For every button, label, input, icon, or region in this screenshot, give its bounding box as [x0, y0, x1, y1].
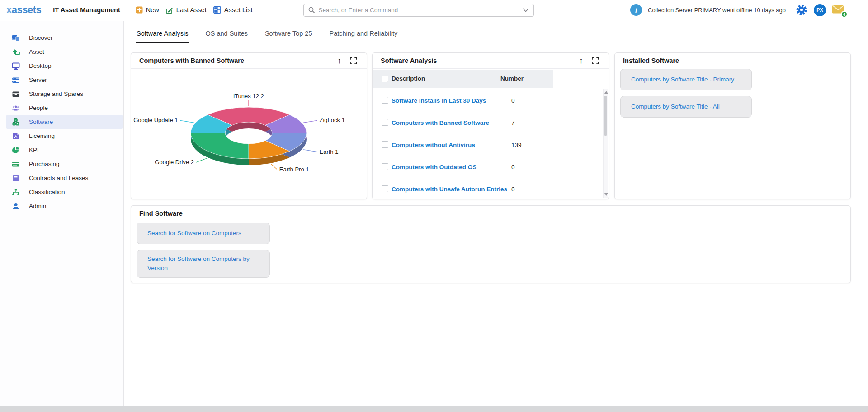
sidebar-item-label: Desktop	[29, 62, 52, 69]
button-label: Computers by Software Title - All	[631, 102, 720, 111]
row-checkbox[interactable]	[382, 119, 388, 126]
sidebar-item-desktop[interactable]: Desktop	[6, 59, 123, 73]
gear-icon[interactable]	[795, 4, 808, 16]
xassets-logo[interactable]: xassets	[6, 4, 41, 16]
table-row: Computers with Unsafe Autorun Entries 0	[373, 177, 601, 199]
computers-by-title-all-button[interactable]: Computers by Software Title - All	[620, 96, 752, 118]
tab-os-and-suites[interactable]: OS and Suites	[204, 26, 249, 43]
chevron-down-icon[interactable]	[523, 8, 529, 12]
sidebar-item-server[interactable]: Server	[6, 73, 123, 87]
row-link[interactable]: Computers without Antivirus	[392, 142, 475, 148]
classification-icon	[12, 188, 20, 196]
sidebar-item-storage[interactable]: Storage and Spares	[6, 87, 123, 101]
new-button[interactable]: New	[136, 6, 159, 14]
info-icon[interactable]: i	[630, 4, 642, 16]
row-checkbox[interactable]	[382, 97, 388, 104]
new-icon	[136, 6, 143, 14]
row-link[interactable]: Computers with Unsafe Autorun Entries	[392, 186, 507, 193]
sidebar-item-purchasing[interactable]: Purchasing	[6, 157, 123, 171]
panel-header: Computers with Banned Software ↑	[131, 53, 367, 68]
table-scrollbar[interactable]	[603, 89, 608, 198]
collapse-up-icon[interactable]: ↑	[579, 56, 583, 65]
panel-title: Software Analysis	[381, 57, 437, 64]
scroll-down-arrow-icon[interactable]	[604, 193, 608, 196]
column-header-number: Number	[500, 75, 524, 82]
computers-by-title-primary-button[interactable]: Computers by Software Title - Primary	[620, 69, 752, 90]
asset-list-button[interactable]: Asset List	[213, 6, 253, 14]
kpi-icon	[12, 146, 20, 154]
asset-list-label: Asset List	[224, 6, 253, 14]
asset-icon	[12, 48, 20, 56]
row-number: 7	[511, 119, 515, 126]
sidebar-item-label: Discover	[29, 34, 53, 41]
panel-header: Software Analysis ↑	[373, 53, 609, 68]
page-title: IT Asset Management	[53, 6, 120, 14]
select-all-checkbox[interactable]	[382, 76, 388, 82]
logo-rest: assets	[12, 4, 42, 15]
mail-button[interactable]: 4	[832, 5, 844, 15]
table-body: Software Installs in Last 30 Days 0 Comp…	[373, 88, 601, 199]
panel-find-software: Find Software Search for Software on Com…	[131, 205, 851, 283]
page-bottom-strip	[0, 406, 868, 412]
sidebar-item-label: Software	[29, 118, 53, 125]
user-avatar[interactable]: PX	[814, 4, 826, 16]
panel-software-analysis: Software Analysis ↑ Description Number S…	[372, 52, 609, 199]
sidebar-item-asset[interactable]: Asset	[6, 45, 123, 59]
edit-icon	[165, 6, 173, 14]
storage-icon	[12, 90, 20, 98]
sidebar-item-contracts[interactable]: Contracts and Leases	[6, 171, 123, 185]
admin-icon	[12, 202, 20, 210]
row-number: 0	[511, 97, 515, 104]
sidebar-item-people[interactable]: People	[6, 101, 123, 115]
sidebar-item-classification[interactable]: Classification	[6, 185, 123, 199]
row-checkbox[interactable]	[382, 185, 388, 192]
last-asset-button[interactable]: Last Asset	[165, 6, 207, 14]
collapse-up-icon[interactable]: ↑	[337, 56, 341, 65]
sidebar-item-label: KPI	[29, 147, 39, 153]
tab-software-top-25[interactable]: Software Top 25	[264, 26, 313, 43]
new-label: New	[146, 6, 159, 14]
row-checkbox[interactable]	[382, 163, 388, 170]
server-status-message: Collection Server PRIMARY went offline 1…	[648, 7, 786, 14]
scroll-up-arrow-icon[interactable]	[604, 91, 608, 94]
row-link[interactable]: Computers with Banned Software	[392, 119, 489, 126]
sidebar-item-admin[interactable]: Admin	[6, 199, 123, 213]
search-software-on-computers-button[interactable]: Search for Software on Computers	[137, 223, 270, 244]
purchasing-icon	[12, 160, 20, 168]
fullscreen-icon[interactable]	[350, 57, 357, 64]
people-icon	[12, 104, 20, 112]
sidebar-item-label: Storage and Spares	[29, 90, 83, 97]
scrollbar-thumb[interactable]	[604, 96, 607, 136]
sidebar-item-software[interactable]: Software	[6, 115, 123, 129]
sidebar-item-label: Classification	[29, 189, 65, 195]
table-row: Computers with Banned Software 7	[373, 110, 601, 133]
table-row: Software Installs in Last 30 Days 0	[373, 88, 601, 110]
row-link[interactable]: Computers with Outdated OS	[392, 164, 476, 170]
search-input[interactable]	[319, 7, 523, 14]
sidebar-item-label: Admin	[29, 203, 46, 209]
app-window: xassets IT Asset Management New Last Ass…	[0, 0, 868, 406]
sidebar-item-label: Purchasing	[29, 161, 60, 167]
sidebar-item-discover[interactable]: Discover	[6, 31, 123, 45]
sidebar-item-kpi[interactable]: KPI	[6, 143, 123, 157]
last-asset-label: Last Asset	[176, 6, 207, 14]
tab-bar: Software Analysis OS and Suites Software…	[136, 26, 398, 43]
tab-software-analysis[interactable]: Software Analysis	[136, 26, 189, 43]
tab-patching-reliability[interactable]: Patching and Reliability	[328, 26, 398, 43]
sidebar-item-label: Server	[29, 76, 47, 83]
panel-installed-software: Installed Software Computers by Software…	[614, 52, 851, 199]
search-software-by-version-button[interactable]: Search for Software on Computers by Vers…	[137, 250, 270, 278]
grid-icon	[213, 6, 221, 14]
sidebar-item-licensing[interactable]: Licensing	[6, 129, 123, 143]
command-search[interactable]	[303, 4, 534, 17]
svg-text:Earth 1: Earth 1	[320, 148, 339, 155]
row-checkbox[interactable]	[382, 141, 388, 148]
svg-text:iTunes 12 2: iTunes 12 2	[233, 93, 264, 99]
banned-software-donut-chart[interactable]: iTunes 12 2ZigLock 1Earth 1Earth Pro 1Go…	[131, 68, 368, 199]
row-number: 0	[511, 164, 515, 170]
divider	[373, 68, 609, 69]
row-link[interactable]: Software Installs in Last 30 Days	[392, 97, 486, 104]
fullscreen-icon[interactable]	[592, 57, 599, 64]
mail-badge: 4	[841, 11, 848, 18]
sidebar-item-label: Licensing	[29, 133, 55, 139]
